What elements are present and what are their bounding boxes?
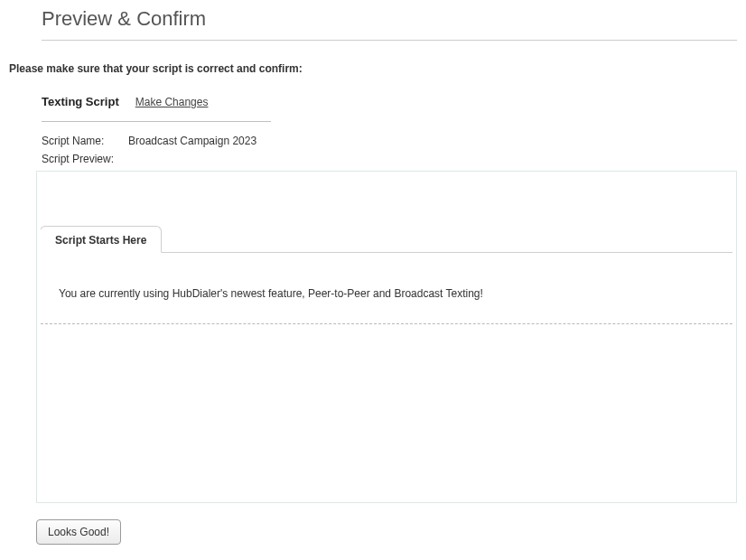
script-body-text: You are currently using HubDialer's newe… <box>59 287 722 300</box>
page-title: Preview & Confirm <box>42 7 737 31</box>
header-divider <box>42 40 737 41</box>
script-tab[interactable]: Script Starts Here <box>41 226 162 253</box>
script-meta-block: Texting Script Make Changes Script Name:… <box>42 95 271 165</box>
meta-row: Script Name: Broadcast Campaign 2023 <box>42 135 271 147</box>
script-name-value: Broadcast Campaign 2023 <box>128 135 256 147</box>
script-preview-scroll[interactable]: Script Starts Here You are currently usi… <box>41 175 732 499</box>
section-title: Texting Script <box>42 95 119 108</box>
script-preview-frame: Script Starts Here You are currently usi… <box>36 171 737 503</box>
make-changes-link[interactable]: Make Changes <box>135 96 209 108</box>
confirm-button[interactable]: Looks Good! <box>36 519 121 545</box>
script-name-label: Script Name: <box>42 135 128 147</box>
script-preview-label: Script Preview: <box>42 153 128 165</box>
script-body: You are currently using HubDialer's newe… <box>41 252 732 324</box>
meta-row: Script Preview: <box>42 153 271 165</box>
instruction-text: Please make sure that your script is cor… <box>9 62 737 75</box>
